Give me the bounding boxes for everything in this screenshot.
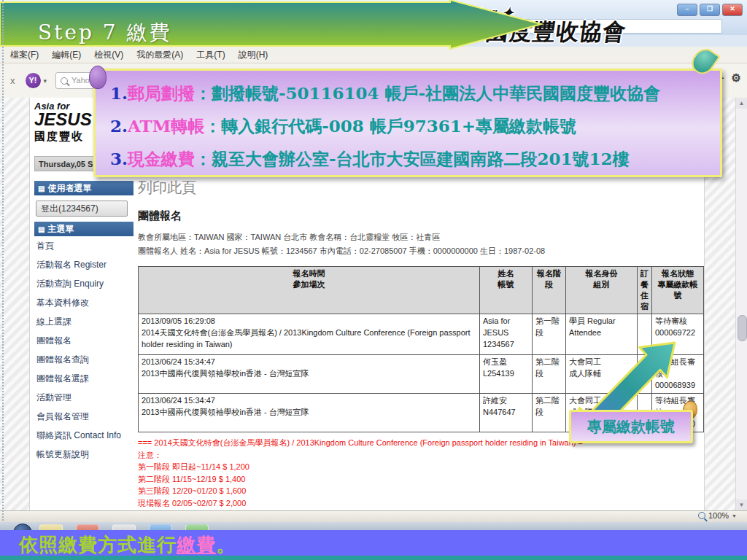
table-header-row: 報名時間 參加場次 姓名 帳號 報名階段 報名身份 組別 訂 餐 住 宿 報名狀… bbox=[139, 267, 704, 314]
note-pin-icon bbox=[89, 66, 107, 89]
zoom-icon bbox=[698, 512, 705, 519]
payment-link[interactable]: 繳費 bbox=[177, 534, 216, 556]
step-label: Step 7 繳費 bbox=[38, 19, 172, 47]
cell-time-event: 2013/06/24 15:34:472013中國兩代復興領袖學校in香港 - … bbox=[139, 355, 480, 394]
caption-suffix: 。 bbox=[216, 534, 236, 556]
cell-time-event: 2013/06/24 15:34:472013中國兩代復興領袖學校in香港 - … bbox=[139, 394, 480, 432]
scroll-down-icon[interactable]: ▼ bbox=[736, 499, 747, 510]
payment-method-1: 1.郵局劃撥：劃撥帳號-50116104 帳戶-社團法人中華民國國度豐收協會 bbox=[110, 77, 720, 109]
fee-note-line: 注意： bbox=[138, 449, 703, 462]
gear-icon[interactable]: ⚙ bbox=[732, 71, 741, 85]
sidebar: ▤使用者選單 登出(1234567) ▤主選單 首頁 活動報名 Register… bbox=[34, 178, 133, 464]
fee-note-line: 第三階段 12/20~01/20 $ 1,600 bbox=[138, 485, 703, 497]
status-bar bbox=[0, 510, 747, 523]
list-icon: ▤ bbox=[38, 225, 44, 233]
sidebar-item-home[interactable]: 首頁 bbox=[34, 236, 133, 255]
slide: query/query.php?action=print – ❐ ✕ Asia … bbox=[0, 0, 747, 560]
sidebar-item-group-course[interactable]: 團體報名選課 bbox=[34, 369, 133, 388]
callout-label: 專屬繳款帳號 bbox=[587, 418, 675, 435]
cell-name: 許維安 N447647 bbox=[480, 394, 533, 432]
fee-note-line: 第二階段 11/15~12/19 $ 1,400 bbox=[138, 473, 703, 486]
slide-edge-decoration bbox=[2, 0, 4, 521]
logout-button[interactable]: 登出(1234567) bbox=[36, 201, 128, 217]
caption-text: 依照繳費方式進行繳費。 bbox=[19, 532, 236, 558]
sidebar-item-group-register[interactable]: 團體報名 bbox=[34, 331, 133, 350]
print-page-link[interactable]: 列印此頁 bbox=[138, 178, 703, 198]
payment-method-2: 2.ATM轉帳：轉入銀行代碼-008 帳戶97361+專屬繳款帳號 bbox=[110, 109, 720, 142]
sidebar-item-member-admin[interactable]: 會員報名管理 bbox=[34, 407, 133, 426]
sidebar-user-menu-header: ▤使用者選單 bbox=[34, 181, 133, 195]
sidebar-item-enquiry[interactable]: 活動查詢 Enquiry bbox=[34, 274, 133, 293]
info-line-1: 教會所屬地區：TAIWAN 國家：TAIWAN 台北市 教會名稱：台北靈糧堂 牧… bbox=[138, 230, 703, 244]
yahoo-icon[interactable]: Y! bbox=[26, 73, 41, 88]
payment-method-3: 3.現金繳費：親至大會辦公室-台北市大安區建國南路二段201號12樓 bbox=[110, 142, 720, 175]
caption-prefix: 依照繳費方式進行 bbox=[19, 534, 177, 556]
list-icon: ▤ bbox=[38, 184, 44, 192]
registrant-info: 教會所屬地區：TAIWAN 國家：TAIWAN 台北市 教會名稱：台北靈糧堂 牧… bbox=[138, 230, 703, 257]
col-meal-lodging: 訂 餐 住 宿 bbox=[638, 267, 652, 314]
info-line-2: 團體報名人 姓名：Asia for JESUS 帳號：1234567 市內電話：… bbox=[138, 244, 703, 258]
col-stage: 報名階段 bbox=[533, 267, 566, 314]
zoom-control[interactable]: 100% ▼ bbox=[698, 511, 737, 520]
zoom-level: 100% bbox=[708, 511, 729, 520]
sidebar-main-menu-header: ▤主選單 bbox=[34, 222, 133, 236]
slide-bottom-strip bbox=[0, 556, 747, 560]
vertical-scrollbar[interactable]: ▲ ▼ bbox=[735, 98, 747, 510]
fee-note-line: 現場報名 02/05~02/07 $ 2,000 bbox=[138, 497, 703, 510]
cell-time-event: 2013/09/05 16:29:082014天國文化特會(台澎金馬學員報名) … bbox=[139, 314, 480, 355]
fee-note-line: 第一階段 即日起~11/14 $ 1,200 bbox=[138, 461, 703, 473]
payment-account-callout: 專屬繳款帳號 bbox=[569, 410, 693, 443]
section-title: 團體報名 bbox=[138, 209, 703, 223]
scrollbar-thumb[interactable] bbox=[738, 315, 747, 341]
sidebar-item-profile-edit[interactable]: 基本資料修改 bbox=[34, 293, 133, 312]
col-identity: 報名身份 組別 bbox=[566, 267, 638, 314]
scroll-up-icon[interactable]: ▲ bbox=[736, 98, 747, 109]
chevron-down-icon[interactable]: ▾ bbox=[44, 77, 47, 85]
toolbar-close-icon[interactable]: x bbox=[10, 75, 15, 86]
col-name: 姓名 帳號 bbox=[480, 267, 533, 314]
sidebar-item-event-admin[interactable]: 活動管理 bbox=[34, 388, 133, 407]
sidebar-item-register[interactable]: 活動報名 Register bbox=[34, 255, 133, 274]
cell-name: Asia for JESUS 1234567 bbox=[480, 314, 533, 355]
sidebar-item-account-update[interactable]: 帳號更新說明 bbox=[34, 445, 133, 464]
search-icon bbox=[61, 77, 68, 85]
sidebar-item-group-enquiry[interactable]: 團體報名查詢 bbox=[34, 350, 133, 369]
col-status: 報名狀態 專屬繳款帳號 bbox=[652, 267, 704, 314]
sidebar-item-online-course[interactable]: 線上選課 bbox=[34, 312, 133, 331]
sidebar-item-contact[interactable]: 聯絡資訊 Contact Info bbox=[34, 426, 133, 445]
payment-methods-note: 1.郵局劃撥：劃撥帳號-50116104 帳戶-社團法人中華民國國度豐收協會 2… bbox=[93, 69, 722, 177]
cell-name: 何玉盈 L254139 bbox=[480, 355, 533, 394]
col-time: 報名時間 參加場次 bbox=[139, 267, 480, 314]
chevron-down-icon[interactable]: ▼ bbox=[732, 513, 737, 518]
